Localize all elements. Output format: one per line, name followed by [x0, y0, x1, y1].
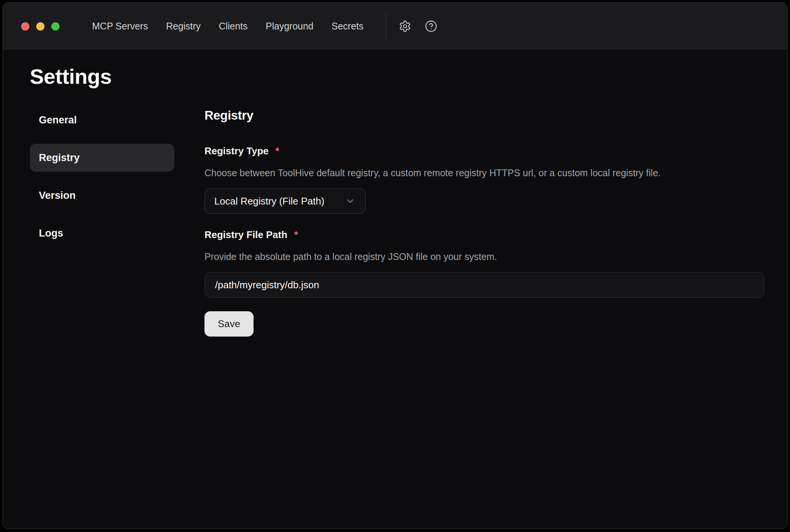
sidebar-item-logs[interactable]: Logs — [30, 219, 174, 247]
app-window: MCP Servers Registry Clients Playground … — [3, 2, 787, 529]
registry-file-path-label: Registry File Path — [204, 229, 287, 241]
save-button[interactable]: Save — [204, 311, 254, 337]
nav-item-clients[interactable]: Clients — [219, 21, 247, 32]
nav-item-registry[interactable]: Registry — [166, 21, 201, 32]
nav-item-playground[interactable]: Playground — [266, 21, 313, 32]
registry-type-select[interactable]: Local Registry (File Path) — [204, 188, 366, 214]
registry-settings-panel: Registry Registry Type * Choose between … — [204, 106, 764, 337]
registry-file-path-field: Registry File Path * Provide the absolut… — [204, 229, 764, 298]
registry-type-field: Registry Type * Choose between ToolHive … — [204, 145, 764, 214]
settings-sidebar: General Registry Version Logs — [30, 106, 174, 247]
page-title: Settings — [30, 65, 764, 89]
zoom-window-button[interactable] — [51, 22, 60, 31]
help-icon — [425, 20, 437, 32]
close-window-button[interactable] — [21, 22, 29, 31]
section-heading: Registry — [204, 108, 764, 123]
titlebar: MCP Servers Registry Clients Playground … — [3, 3, 787, 50]
window-controls — [21, 22, 60, 31]
sidebar-item-version[interactable]: Version — [30, 181, 174, 209]
registry-type-label: Registry Type — [204, 145, 269, 157]
nav-divider — [386, 11, 386, 42]
nav-item-secrets[interactable]: Secrets — [332, 21, 364, 32]
chevron-down-icon — [345, 196, 355, 206]
required-marker: * — [294, 229, 298, 240]
gear-icon — [399, 20, 411, 32]
minimize-window-button[interactable] — [36, 22, 45, 31]
nav-item-mcp-servers[interactable]: MCP Servers — [92, 21, 148, 32]
registry-type-description: Choose between ToolHive default registry… — [204, 168, 764, 178]
settings-gear-button[interactable] — [398, 20, 412, 33]
help-button[interactable] — [424, 20, 438, 33]
required-marker: * — [275, 145, 279, 156]
sidebar-item-general[interactable]: General — [30, 106, 174, 134]
sidebar-item-registry[interactable]: Registry — [30, 144, 174, 172]
settings-page: Settings General Registry Version Logs R… — [3, 50, 787, 529]
registry-file-path-description: Provide the absolute path to a local reg… — [204, 251, 764, 262]
top-nav: MCP Servers Registry Clients Playground … — [92, 21, 364, 32]
registry-file-path-input[interactable] — [204, 272, 764, 298]
select-value: Local Registry (File Path) — [214, 195, 324, 207]
